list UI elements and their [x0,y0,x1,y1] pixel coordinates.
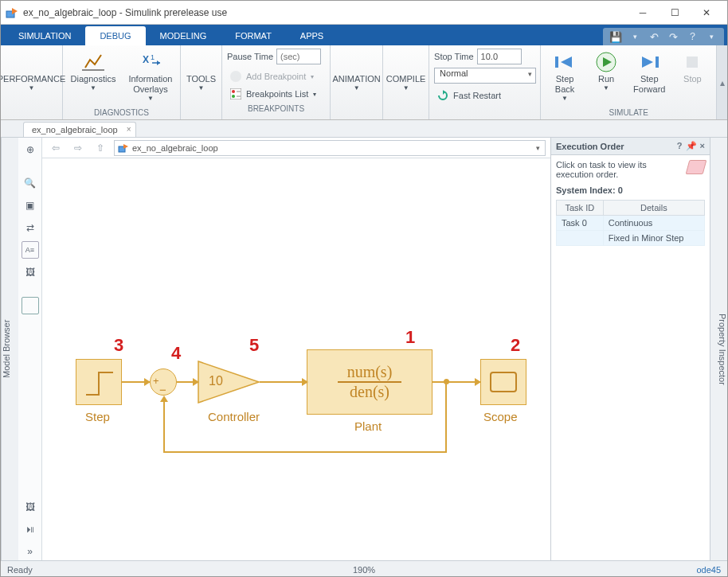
svg-text:1: 1 [151,53,155,61]
document-tabs: ex_no_algebraic_loop × [1,120,727,138]
fast-restart-icon [437,90,448,101]
close-button[interactable]: ✕ [691,2,722,24]
group-breakpoints-label: BREAKPOINTS [227,103,325,115]
step-forward-button[interactable]: Step Forward [628,49,670,98]
block-plant[interactable]: num(s) den(s) [307,349,432,415]
svg-point-5 [232,90,235,93]
block-step[interactable] [76,359,122,405]
svg-rect-12 [687,57,698,68]
toolstrip: PERFORMANCE ▼ Diagnostics ▼ X1 Informati… [1,45,727,120]
order-4: 4 [171,343,181,364]
col-taskid: Task ID [557,201,604,216]
tab-debug[interactable]: DEBUG [85,26,145,45]
nav-forward-icon[interactable]: ⇨ [69,140,87,156]
model-browser-sidebar[interactable]: Model Browser [1,138,18,560]
property-inspector-sidebar[interactable]: Property Inspector [710,138,727,560]
help-icon[interactable]: ？ [686,30,699,43]
performance-button[interactable]: PERFORMANCE ▼ [0,49,70,95]
add-breakpoint-button[interactable]: Add Breakpoint ▾ [227,68,317,85]
compile-button[interactable]: COMPILE▼ [382,49,431,95]
fast-restart-button[interactable]: Fast Restart [434,87,504,104]
stop-label: Stop [683,74,702,84]
tab-modeling[interactable]: MODELING [146,26,221,45]
svg-rect-1 [82,69,104,71]
simulation-mode-dropdown[interactable]: Normal [434,68,536,84]
record-icon[interactable]: ⏯ [22,520,39,538]
stop-button[interactable]: Stop [673,49,711,88]
group-diagnostics-label: DIAGNOSTICS [68,107,175,119]
close-tab-icon[interactable]: × [127,125,131,134]
nav-back-icon[interactable]: ⇦ [47,140,65,156]
panel-help-icon[interactable]: ? [677,141,683,151]
window-title: ex_no_algebraic_loop - Simulink prerelea… [23,7,627,18]
model-icon [118,142,129,154]
image-icon[interactable]: 🖼 [22,263,39,281]
diagnostics-label: Diagnostics [71,74,116,84]
table-row[interactable]: Task 0Continuous [557,216,705,231]
animation-button[interactable]: ANIMATION▼ [327,49,385,95]
status-bar: Ready 190% ode45 [1,560,727,577]
screenshot-icon[interactable]: 🖼 [22,498,39,516]
step-back-button[interactable]: Step Back▼ [546,49,584,105]
breakpoints-list-button[interactable]: Breakpoints List ▾ [227,85,319,103]
tab-apps[interactable]: APPS [286,26,338,45]
svg-point-6 [232,95,235,98]
block-step-label: Step [85,410,110,423]
document-tab[interactable]: ex_no_algebraic_loop × [23,122,136,137]
undo-icon[interactable]: ↶ [648,30,660,43]
table-row[interactable]: Fixed in Minor Step [557,231,705,246]
tab-format[interactable]: FORMAT [221,26,286,45]
help-dropdown-icon[interactable]: ▾ [705,30,718,43]
breadcrumb-path[interactable]: ex_no_algebraic_loop [114,140,546,156]
viewmark-icon[interactable] [22,297,39,314]
execution-order-title: Execution Order [556,142,624,151]
save-dropdown-icon[interactable]: ▾ [628,30,641,43]
group-simulate-label: SIMULATE [546,107,711,119]
zoom-icon[interactable]: 🔍 [22,174,39,192]
step-forward-icon [637,52,661,72]
gain-value: 10 [209,374,223,388]
step-back-icon [553,52,577,72]
hide-browser-icon[interactable]: ⊕ [22,141,39,158]
system-index-label: System Index: 0 [556,185,705,195]
pause-time-input[interactable] [276,49,321,64]
redo-icon[interactable]: ↷ [667,30,679,43]
toolstrip-collapse-button[interactable]: ▴ [717,45,727,119]
run-button[interactable]: Run▼ [587,49,625,95]
block-gain[interactable]: 10 [198,361,260,404]
panel-close-icon[interactable]: × [700,141,705,151]
save-icon[interactable]: 💾 [609,30,622,43]
clear-highlight-button[interactable] [686,160,707,174]
diagnostics-button[interactable]: Diagnostics ▼ [66,49,121,95]
stop-time-input[interactable] [477,49,522,64]
info-overlays-button[interactable]: X1 Information Overlays ▼ [123,49,177,105]
execution-order-header: Execution Order ? 📌 × [551,138,710,155]
minimize-button[interactable]: ─ [627,2,659,24]
order-3: 3 [114,335,123,356]
annotation-icon[interactable]: A≡ [22,241,39,259]
pause-time-label: Pause Time [227,52,273,61]
stop-time-label: Stop Time [434,52,474,61]
block-controller-label: Controller [208,410,260,423]
block-sum[interactable]: + − [150,368,177,396]
panel-pin-icon[interactable]: 📌 [686,141,697,151]
canvas[interactable]: Step 3 + − 4 10 Controller 5 num(s) den(… [42,158,550,560]
tab-simulation[interactable]: SIMULATION [4,26,85,45]
order-5: 5 [249,335,259,356]
palette: ⊕ 🔍 ▣ ⇄ A≡ 🖼 🖼 ⏯ » [18,138,42,560]
svg-text:X: X [143,54,149,65]
status-zoom[interactable]: 190% [353,565,375,575]
add-breakpoint-icon [230,71,241,82]
tools-button[interactable]: TOOLS ▼ [182,49,221,95]
status-solver[interactable]: ode45 [696,565,721,575]
order-1: 1 [405,327,415,348]
tools-label: TOOLS [186,74,216,84]
tf-num: num(s) [347,363,393,381]
expand-icon[interactable]: » [22,543,39,560]
block-scope[interactable] [480,359,526,405]
nav-up-icon[interactable]: ⇧ [92,140,109,156]
fit-icon[interactable]: ▣ [22,197,39,214]
sample-time-icon[interactable]: ⇄ [22,219,39,236]
maximize-button[interactable]: ☐ [659,2,691,24]
breakpoints-list-icon [230,88,241,99]
